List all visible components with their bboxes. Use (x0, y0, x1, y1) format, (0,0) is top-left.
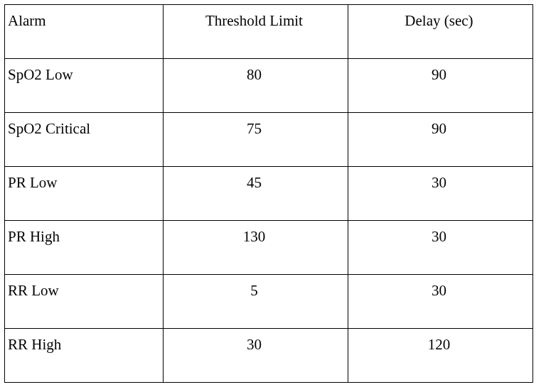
column-header-threshold: Threshold Limit (163, 5, 348, 59)
table-header-row: Alarm Threshold Limit Delay (sec) (5, 5, 533, 59)
table-row: PR High 130 30 (5, 221, 533, 275)
table-row: RR High 30 120 (5, 329, 533, 383)
cell-threshold: 5 (163, 275, 348, 329)
cell-delay: 120 (348, 329, 532, 383)
alarm-threshold-table: Alarm Threshold Limit Delay (sec) SpO2 L… (4, 4, 533, 383)
table-row: SpO2 Critical 75 90 (5, 113, 533, 167)
cell-threshold: 130 (163, 221, 348, 275)
cell-threshold: 45 (163, 167, 348, 221)
cell-delay: 90 (348, 113, 532, 167)
cell-alarm: SpO2 Low (5, 59, 164, 113)
table-row: RR Low 5 30 (5, 275, 533, 329)
cell-threshold: 30 (163, 329, 348, 383)
cell-alarm: RR Low (5, 275, 164, 329)
cell-delay: 90 (348, 59, 532, 113)
cell-alarm: SpO2 Critical (5, 113, 164, 167)
cell-delay: 30 (348, 275, 532, 329)
cell-alarm: PR Low (5, 167, 164, 221)
column-header-alarm: Alarm (5, 5, 164, 59)
cell-alarm: PR High (5, 221, 164, 275)
table-row: PR Low 45 30 (5, 167, 533, 221)
cell-threshold: 75 (163, 113, 348, 167)
table-row: SpO2 Low 80 90 (5, 59, 533, 113)
cell-delay: 30 (348, 167, 532, 221)
cell-threshold: 80 (163, 59, 348, 113)
cell-delay: 30 (348, 221, 532, 275)
column-header-delay: Delay (sec) (348, 5, 532, 59)
cell-alarm: RR High (5, 329, 164, 383)
